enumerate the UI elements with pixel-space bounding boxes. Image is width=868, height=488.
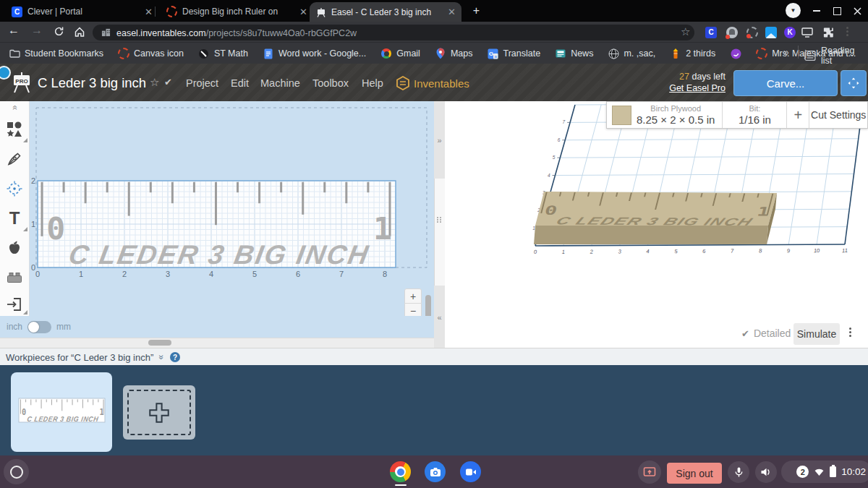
expand-left-panel-button[interactable]: « bbox=[434, 286, 445, 348]
material-name: Birch Plywood bbox=[637, 104, 715, 114]
extensions-puzzle-icon[interactable] bbox=[822, 27, 834, 41]
back-button[interactable]: ← bbox=[6, 24, 22, 37]
home-button[interactable] bbox=[74, 26, 85, 40]
forward-button[interactable]: → bbox=[29, 24, 45, 37]
bookmarks-overflow-icon[interactable]: » bbox=[783, 46, 789, 58]
bookmark-student-bookmarks[interactable]: Student Bookmarks bbox=[9, 48, 103, 59]
preview-3d-panel[interactable]: 12345670123456789101101C LEDER 3 BIG INC… bbox=[445, 101, 868, 348]
clever-extension-icon[interactable]: C bbox=[705, 27, 717, 38]
preview-menu-icon[interactable] bbox=[849, 328, 851, 337]
bookmark-canvas[interactable]: Canvas icon bbox=[118, 48, 184, 59]
zoom-in-button[interactable]: + bbox=[404, 288, 422, 304]
screen: C Clever | Portal ✕ Design Big inch Rule… bbox=[0, 0, 868, 488]
menu-project[interactable]: Project bbox=[186, 77, 218, 89]
bookmark-2-thirds[interactable]: 2 thirds bbox=[670, 48, 715, 59]
text-tool-button[interactable]: T bbox=[0, 203, 29, 234]
design-canvas[interactable]: 01C LEDER 3 BIG INCH210012345678 bbox=[29, 101, 434, 338]
bookmark-news[interactable]: News bbox=[555, 48, 593, 59]
simulate-button[interactable]: Simulate bbox=[793, 323, 840, 345]
unit-mm-label[interactable]: mm bbox=[56, 322, 71, 332]
screen-share-indicator[interactable] bbox=[638, 461, 661, 484]
news-icon bbox=[555, 48, 566, 59]
unit-inch-label[interactable]: inch bbox=[7, 322, 22, 332]
add-bit-button[interactable]: + bbox=[786, 102, 809, 128]
collapse-toolbar-button[interactable]: » bbox=[0, 101, 29, 115]
account-extension-icon[interactable] bbox=[726, 27, 738, 38]
import-button[interactable] bbox=[0, 292, 29, 316]
design-canvas-svg[interactable]: 01C LEDER 3 BIG INCH210012345678 bbox=[29, 101, 434, 338]
screencast-extension-icon[interactable] bbox=[746, 27, 758, 38]
screenshot-extension-icon[interactable] bbox=[765, 27, 777, 38]
get-easel-pro-link[interactable]: Get Easel Pro bbox=[624, 83, 726, 93]
inventables-brand[interactable]: Inventables bbox=[396, 76, 469, 90]
tab-close-icon[interactable]: ✕ bbox=[295, 7, 307, 17]
bookmark-m-sac[interactable]: m. ,sac, bbox=[608, 48, 655, 59]
menu-edit[interactable]: Edit bbox=[231, 77, 249, 89]
address-bar[interactable]: easel.inventables.com/projects/s8u7tuww4… bbox=[93, 25, 694, 40]
cast-icon[interactable] bbox=[801, 27, 813, 40]
preview-3d-svg[interactable]: 12345670123456789101101C LEDER 3 BIG INC… bbox=[445, 101, 868, 348]
menu-help[interactable]: Help bbox=[362, 77, 383, 89]
bookmark-gmail[interactable]: Gmail bbox=[380, 48, 420, 59]
purple-app-icon bbox=[730, 48, 741, 59]
detailed-toggle[interactable]: ✔ Detailed bbox=[741, 328, 791, 339]
shelf-chrome-icon[interactable] bbox=[390, 461, 411, 482]
pen-tool-button[interactable] bbox=[0, 144, 29, 174]
menu-machine[interactable]: Machine bbox=[260, 77, 300, 89]
expand-right-panel-button[interactable]: » bbox=[434, 101, 445, 179]
sign-out-button[interactable]: Sign out bbox=[667, 463, 722, 484]
cut-settings-button[interactable]: Cut Settings bbox=[809, 102, 867, 128]
tab-clever[interactable]: C Clever | Portal ✕ bbox=[6, 2, 158, 21]
divider-drag-handle[interactable] bbox=[437, 217, 442, 223]
bookmark-star-icon[interactable]: ☆ bbox=[681, 25, 690, 38]
shelf-meet-icon[interactable] bbox=[460, 461, 481, 482]
submenu-indicator bbox=[23, 310, 27, 314]
menu-toolbox[interactable]: Toolbox bbox=[312, 77, 349, 89]
tab-easel-active[interactable]: Easel - C Leder 3 big inch ✕ bbox=[310, 2, 461, 22]
browser-menu-icon[interactable] bbox=[846, 27, 848, 36]
material-selector[interactable]: Birch Plywood 8.25 × 2 × 0.5 in bbox=[607, 102, 722, 128]
svg-text:0: 0 bbox=[22, 407, 26, 417]
globe-icon bbox=[608, 48, 619, 59]
tab-close-icon[interactable]: ✕ bbox=[140, 7, 153, 17]
apps-brick-button[interactable] bbox=[0, 262, 29, 293]
kami-extension-icon[interactable]: K bbox=[784, 27, 796, 38]
profile-avatar[interactable]: ▼ bbox=[786, 3, 801, 18]
window-close-button[interactable] bbox=[851, 4, 864, 17]
site-info-icon[interactable] bbox=[101, 27, 111, 37]
window-restore-button[interactable] bbox=[830, 4, 843, 17]
design-library-button[interactable] bbox=[0, 233, 29, 263]
shapes-tool-button[interactable] bbox=[0, 114, 29, 145]
bookmark-word-work[interactable]: Word work - Google... bbox=[263, 48, 366, 59]
launcher-button[interactable] bbox=[4, 459, 29, 484]
help-icon[interactable]: ? bbox=[170, 352, 180, 362]
speaker-indicator[interactable] bbox=[755, 461, 777, 483]
project-title[interactable]: C Leder 3 big inch bbox=[38, 75, 146, 91]
carve-button[interactable]: Carve... bbox=[733, 70, 838, 96]
reload-button[interactable] bbox=[54, 26, 64, 40]
favorite-star-icon[interactable]: ☆ bbox=[150, 76, 159, 89]
bookmark-maps[interactable]: Maps bbox=[435, 48, 473, 59]
status-tray[interactable]: 2 10:02 bbox=[781, 461, 868, 483]
bookmark-purple-app[interactable] bbox=[730, 48, 741, 59]
jog-machine-button[interactable] bbox=[841, 70, 867, 96]
microphone-indicator[interactable] bbox=[728, 461, 749, 483]
new-tab-button[interactable]: + bbox=[470, 5, 482, 17]
shelf-camera-icon[interactable] bbox=[425, 461, 446, 482]
tab-design-ruler[interactable]: Design Big inch Ruler on Easel - s ✕ bbox=[161, 2, 313, 21]
drill-origin-tool-button[interactable] bbox=[0, 174, 29, 204]
bookmarks-divider bbox=[798, 46, 799, 59]
add-workpiece-button[interactable] bbox=[123, 385, 195, 440]
reading-list-button[interactable]: Reading list bbox=[804, 46, 868, 66]
bookmark-translate[interactable]: Ga Translate bbox=[487, 48, 540, 59]
collapse-workpieces-icon[interactable]: » bbox=[157, 355, 167, 360]
tab-close-icon[interactable]: ✕ bbox=[443, 7, 456, 17]
bookmark-st-math[interactable]: ST Math bbox=[198, 48, 248, 59]
units-toggle[interactable] bbox=[27, 321, 51, 333]
units-bar: inch mm bbox=[0, 316, 441, 338]
canvas-horizontal-scrollbar-thumb[interactable] bbox=[148, 340, 171, 346]
workpiece-thumbnail-1[interactable]: 01C LEDER 3 BIG INCH bbox=[11, 372, 112, 452]
window-minimize-button[interactable] bbox=[810, 4, 823, 17]
bit-selector[interactable]: Bit: 1/16 in bbox=[722, 102, 786, 128]
reading-list-icon bbox=[804, 50, 816, 61]
